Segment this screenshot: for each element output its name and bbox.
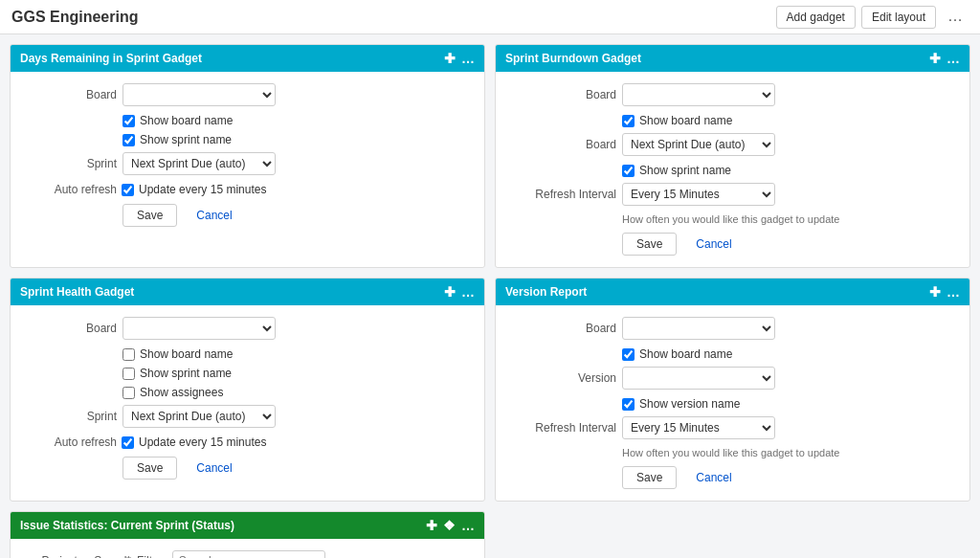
main-content: Days Remaining in Sprint Gadget ✚ … Boar… bbox=[0, 34, 980, 558]
vr-show-version-name-row: Show version name bbox=[511, 397, 954, 411]
version-report-body: Board Show board name Version Show versi… bbox=[496, 305, 969, 501]
resize-icon[interactable]: ❖ bbox=[443, 518, 456, 533]
sb-board-row: Board bbox=[511, 83, 954, 106]
sprint-health-body: Board Show board name Show sprint name S… bbox=[11, 305, 484, 491]
sb-board-select[interactable] bbox=[622, 83, 775, 106]
auto-refresh-checkbox[interactable] bbox=[122, 184, 134, 196]
vr-show-version-name-checkbox[interactable] bbox=[622, 398, 635, 411]
is-search-input[interactable] bbox=[172, 550, 325, 558]
board-select[interactable] bbox=[122, 83, 276, 106]
vr-board-label: Board bbox=[511, 322, 616, 335]
vr-show-version-name-label: Show version name bbox=[639, 397, 740, 411]
sprint-label: Sprint bbox=[26, 157, 117, 170]
sh-auto-refresh-checkbox[interactable] bbox=[122, 436, 134, 449]
sprint-burndown-header: Sprint Burndown Gadget ✚ … bbox=[496, 45, 969, 72]
sb-show-sprint-name-checkbox[interactable] bbox=[622, 165, 635, 177]
vr-version-select[interactable] bbox=[622, 367, 775, 390]
board-row: Board bbox=[26, 83, 469, 106]
sb-cancel-button[interactable]: Cancel bbox=[682, 233, 745, 256]
more-options-icon[interactable]: … bbox=[942, 6, 969, 29]
vr-refresh-label: Refresh Interval bbox=[511, 421, 616, 435]
sb-save-button[interactable]: Save bbox=[622, 233, 677, 256]
show-board-name-row: Show board name bbox=[26, 114, 469, 127]
auto-refresh-row: Auto refresh Update every 15 minutes bbox=[26, 183, 469, 196]
board-label: Board bbox=[26, 88, 117, 101]
vr-btn-row: Save Cancel bbox=[511, 466, 954, 489]
sh-sprint-row: Sprint Next Sprint Due (auto) bbox=[26, 405, 469, 428]
sh-auto-refresh-check-label: Update every 15 minutes bbox=[139, 435, 266, 449]
dots-icon[interactable]: … bbox=[461, 51, 475, 66]
sb-show-sprint-name-label: Show sprint name bbox=[639, 164, 731, 177]
edit-layout-button[interactable]: Edit layout bbox=[861, 6, 936, 29]
sb-hint-text: How often you would like this gadget to … bbox=[511, 213, 954, 225]
sh-board-label: Board bbox=[26, 322, 117, 335]
version-report-header: Version Report ✚ … bbox=[496, 279, 969, 305]
sprint-health-title: Sprint Health Gadget bbox=[20, 285, 134, 299]
sh-show-assignees-checkbox[interactable] bbox=[122, 387, 135, 399]
sh-show-board-name-row: Show board name bbox=[26, 347, 469, 361]
add-gadget-button[interactable]: Add gadget bbox=[776, 6, 856, 29]
show-board-name-label: Show board name bbox=[140, 114, 233, 127]
sb-refresh-label: Refresh Interval bbox=[511, 188, 616, 201]
sh-show-sprint-name-label: Show sprint name bbox=[140, 367, 232, 380]
vr-save-button[interactable]: Save bbox=[622, 466, 677, 489]
vr-board-select[interactable] bbox=[622, 317, 775, 340]
sprint-row: Sprint Next Sprint Due (auto) bbox=[26, 152, 469, 175]
vr-show-board-name-checkbox[interactable] bbox=[622, 348, 635, 361]
days-remaining-header: Days Remaining in Sprint Gadget ✚ … bbox=[11, 45, 484, 72]
dots-icon[interactable]: … bbox=[461, 518, 475, 533]
issue-statistics-title: Issue Statistics: Current Sprint (Status… bbox=[20, 519, 234, 532]
sh-board-select[interactable] bbox=[122, 317, 276, 340]
is-project-row: Project or Saved* Filter bbox=[26, 550, 469, 558]
sh-save-button[interactable]: Save bbox=[122, 457, 177, 480]
auto-refresh-label: Auto refresh bbox=[26, 183, 117, 196]
sb-refresh-select[interactable]: Every 15 Minutes bbox=[622, 183, 775, 206]
sprint-health-gadget: Sprint Health Gadget ✚ … Board Show boar… bbox=[10, 278, 485, 502]
sb-board-label: Board bbox=[511, 88, 616, 101]
sb-show-board-name-label: Show board name bbox=[639, 114, 732, 127]
issue-statistics-header: Issue Statistics: Current Sprint (Status… bbox=[11, 512, 484, 539]
dots-icon[interactable]: … bbox=[947, 51, 960, 66]
vr-refresh-row: Refresh Interval Every 15 Minutes bbox=[511, 416, 954, 439]
sprint-select[interactable]: Next Sprint Due (auto) bbox=[122, 152, 276, 175]
show-board-name-checkbox[interactable] bbox=[122, 115, 135, 127]
vr-board-row: Board bbox=[511, 317, 954, 340]
move-icon[interactable]: ✚ bbox=[929, 51, 941, 66]
sb-show-board-name-checkbox[interactable] bbox=[622, 115, 635, 127]
move-icon[interactable]: ✚ bbox=[444, 284, 456, 300]
sh-show-board-name-checkbox[interactable] bbox=[122, 348, 135, 361]
sh-cancel-button[interactable]: Cancel bbox=[183, 457, 245, 480]
issue-statistics-gadget: Issue Statistics: Current Sprint (Status… bbox=[10, 511, 485, 558]
sb-refresh-row: Refresh Interval Every 15 Minutes bbox=[511, 183, 954, 206]
sh-sprint-select[interactable]: Next Sprint Due (auto) bbox=[122, 405, 276, 428]
vr-refresh-select[interactable]: Every 15 Minutes bbox=[622, 416, 775, 439]
version-report-icons: ✚ … bbox=[929, 284, 960, 300]
version-report-gadget: Version Report ✚ … Board Show board name… bbox=[495, 278, 970, 502]
dots-icon[interactable]: … bbox=[461, 284, 475, 300]
days-remaining-save-button[interactable]: Save bbox=[122, 204, 177, 227]
vr-show-board-name-row: Show board name bbox=[511, 347, 954, 361]
sb-board2-select[interactable]: Next Sprint Due (auto) bbox=[622, 133, 775, 156]
sb-show-sprint-name-row: Show sprint name bbox=[511, 164, 954, 177]
days-remaining-cancel-button[interactable]: Cancel bbox=[183, 204, 245, 227]
days-remaining-gadget: Days Remaining in Sprint Gadget ✚ … Boar… bbox=[10, 44, 485, 268]
version-report-title: Version Report bbox=[505, 285, 587, 299]
app-title: GGS Engineering bbox=[11, 9, 138, 26]
vr-cancel-button[interactable]: Cancel bbox=[682, 466, 745, 489]
sprint-health-icons: ✚ … bbox=[444, 284, 475, 300]
sh-show-board-name-label: Show board name bbox=[140, 347, 233, 361]
issue-statistics-icons: ✚ ❖ … bbox=[426, 518, 475, 533]
sh-auto-refresh-row: Auto refresh Update every 15 minutes bbox=[26, 435, 469, 449]
sb-show-board-name-row: Show board name bbox=[511, 114, 954, 127]
sh-btn-row: Save Cancel bbox=[26, 457, 469, 480]
move-icon[interactable]: ✚ bbox=[929, 284, 941, 300]
move-icon[interactable]: ✚ bbox=[426, 518, 437, 533]
sb-btn-row: Save Cancel bbox=[511, 233, 954, 256]
sh-show-sprint-name-checkbox[interactable] bbox=[122, 368, 135, 380]
show-sprint-name-checkbox[interactable] bbox=[122, 134, 135, 146]
vr-hint-text: How often you would like this gadget to … bbox=[511, 447, 954, 458]
move-icon[interactable]: ✚ bbox=[444, 51, 456, 66]
sh-show-assignees-row: Show assignees bbox=[26, 386, 469, 399]
dots-icon[interactable]: … bbox=[947, 284, 960, 300]
sh-auto-refresh-label: Auto refresh bbox=[26, 435, 117, 449]
